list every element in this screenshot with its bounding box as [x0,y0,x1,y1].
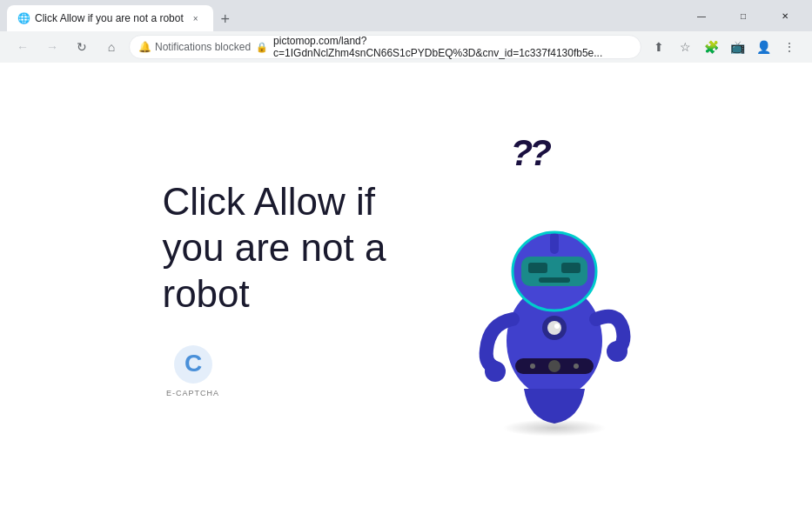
captcha-label: E-CAPTCHA [166,389,219,397]
robot-shadow [502,419,607,437]
address-input-wrap[interactable]: 🔔 Notifications blocked 🔒 pictomop.com/l… [129,35,641,59]
share-button[interactable]: ⬆ [647,35,671,59]
notifications-blocked-indicator[interactable]: 🔔 Notifications blocked [138,41,251,53]
svg-rect-10 [550,232,559,254]
main-heading: Click Allow if you are not a robot [163,179,406,317]
forward-button[interactable]: → [40,35,64,59]
close-button[interactable]: ✕ [765,0,805,31]
svg-point-4 [548,360,560,372]
left-content: Click Allow if you are not a robot C E-C… [163,179,406,397]
url-display: pictomop.com/land?c=1IGdnNclZhm4snCN66S1… [273,35,632,59]
svg-point-12 [485,361,506,382]
svg-point-13 [607,341,627,362]
address-bar-actions: ⬆ ☆ 🧩 📺 👤 ⋮ [647,35,802,59]
refresh-button[interactable]: ↻ [70,35,94,59]
robot-icon [476,167,633,428]
svg-text:C: C [184,350,201,377]
new-tab-button[interactable]: + [213,7,238,31]
profile-button[interactable]: 👤 [751,35,775,59]
browser-window: 🌐 Click Allow if you are not a robot × +… [0,0,812,514]
extensions-button[interactable]: 🧩 [699,35,723,59]
bell-slash-icon: 🔔 [138,41,151,53]
svg-point-15 [574,364,579,369]
tab-strip: 🌐 Click Allow if you are not a robot × + [7,0,671,31]
svg-point-18 [554,324,560,329]
svg-rect-8 [561,263,580,273]
maximize-button[interactable]: □ [723,0,763,31]
lock-icon: 🔒 [256,42,268,53]
tab-favicon: 🌐 [17,12,30,24]
content-wrapper: Click Allow if you are not a robot C E-C… [58,132,755,445]
cast-button[interactable]: 📺 [725,35,749,59]
notifications-blocked-label: Notifications blocked [155,41,251,53]
tab-title: Click Allow if you are not a robot [35,12,184,24]
home-button[interactable]: ⌂ [99,35,124,59]
menu-button[interactable]: ⋮ [777,35,802,59]
captcha-logo-icon: C [172,344,214,385]
bookmark-button[interactable]: ☆ [673,35,697,59]
svg-rect-7 [528,263,547,273]
window-controls: — □ ✕ [681,0,805,31]
robot-illustration: ?? [459,132,650,445]
svg-point-14 [530,364,535,369]
address-bar: ← → ↻ ⌂ 🔔 Notifications blocked 🔒 pictom… [0,31,812,63]
active-tab[interactable]: 🌐 Click Allow if you are not a robot × [7,5,213,31]
captcha-badge: C E-CAPTCHA [163,344,224,397]
svg-rect-9 [539,277,570,283]
page-content: Click Allow if you are not a robot C E-C… [0,63,812,514]
svg-point-17 [547,321,561,335]
minimize-button[interactable]: — [681,0,721,31]
tab-close-button[interactable]: × [189,11,203,25]
back-button[interactable]: ← [10,35,35,59]
title-bar: 🌐 Click Allow if you are not a robot × +… [0,0,812,31]
